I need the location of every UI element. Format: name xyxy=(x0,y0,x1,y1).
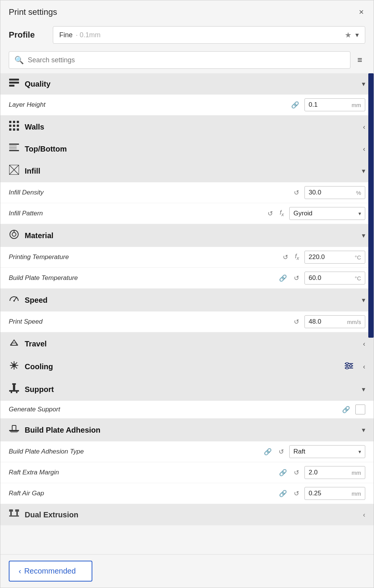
section-support-header[interactable]: Support ▾ xyxy=(0,378,374,401)
raft-air-gap-input[interactable]: 0.25 mm xyxy=(304,487,365,500)
svg-point-21 xyxy=(12,232,16,236)
section-infill-header[interactable]: Infill ▾ xyxy=(0,160,374,182)
svg-rect-45 xyxy=(9,509,13,512)
topbottom-label: Top/Bottom xyxy=(25,145,358,153)
svg-rect-43 xyxy=(10,431,18,432)
infill-label: Infill xyxy=(25,167,357,175)
raft-extra-margin-reset-icon[interactable]: ↺ xyxy=(292,468,301,477)
svg-rect-12 xyxy=(9,144,19,145)
raft-air-gap-reset-icon[interactable]: ↺ xyxy=(292,489,301,498)
adhesion-type-link-icon[interactable]: 🔗 xyxy=(262,447,273,457)
generate-support-link-icon[interactable]: 🔗 xyxy=(341,405,352,414)
recommended-button[interactable]: ‹ Recommended xyxy=(9,561,92,582)
walls-chevron: ‹ xyxy=(363,123,365,131)
buildplate-icon xyxy=(9,424,19,436)
build-plate-temp-reset-icon[interactable]: ↺ xyxy=(292,273,301,283)
infill-pattern-fx-icon[interactable]: fx xyxy=(278,209,285,218)
svg-rect-3 xyxy=(9,121,11,123)
close-button[interactable]: × xyxy=(357,7,365,17)
print-speed-unit: mm/s xyxy=(347,319,361,325)
raft-extra-margin-link-icon[interactable]: 🔗 xyxy=(277,468,288,477)
svg-rect-1 xyxy=(9,82,19,84)
cooling-chevron: ‹ xyxy=(363,363,365,371)
svg-rect-5 xyxy=(17,121,19,123)
search-box[interactable]: 🔍 xyxy=(9,51,350,69)
infill-density-unit: % xyxy=(356,190,361,196)
svg-point-34 xyxy=(350,365,352,367)
infill-pattern-reset-icon[interactable]: ↺ xyxy=(266,209,274,218)
generate-support-label: Generate Support xyxy=(9,406,337,413)
recommended-chevron-icon: ‹ xyxy=(19,567,21,575)
svg-rect-0 xyxy=(9,79,19,81)
adhesion-type-select[interactable]: Raft ▾ xyxy=(289,445,365,458)
support-label: Support xyxy=(25,385,357,394)
search-row: 🔍 ≡ xyxy=(0,49,374,73)
print-speed-input[interactable]: 48.0 mm/s xyxy=(304,315,365,328)
setting-infill-pattern: Infill Pattern ↺ fx Gyroid ▾ xyxy=(0,203,374,224)
star-icon[interactable]: ★ xyxy=(345,30,352,40)
section-quality-header[interactable]: Quality ▾ xyxy=(0,73,374,95)
section-material-header[interactable]: Material ▾ xyxy=(0,224,374,247)
section-cooling-header[interactable]: Cooling ‹ xyxy=(0,355,374,378)
setting-raft-extra-margin: Raft Extra Margin 🔗 ↺ 2.0 mm xyxy=(0,462,374,483)
section-speed-header[interactable]: Speed ▾ xyxy=(0,289,374,311)
section-buildplate-header[interactable]: Build Plate Adhesion ▾ xyxy=(0,419,374,441)
printing-temp-fx-icon[interactable]: fx xyxy=(293,252,301,262)
settings-content: Quality ▾ Layer Height 🔗 0.1 mm Walls ‹ … xyxy=(0,73,374,554)
cooling-label: Cooling xyxy=(25,362,338,371)
title-bar: Print settings × xyxy=(0,0,374,22)
svg-rect-6 xyxy=(9,125,11,127)
print-speed-reset-icon[interactable]: ↺ xyxy=(292,317,301,327)
profile-chevron-icon[interactable]: ▾ xyxy=(355,31,359,39)
setting-printing-temp: Printing Temperature ↺ fx 220.0 °C xyxy=(0,247,374,268)
dualextrusion-icon xyxy=(9,509,19,520)
raft-extra-margin-label: Raft Extra Margin xyxy=(9,469,274,476)
build-plate-temp-link-icon[interactable]: 🔗 xyxy=(277,273,288,283)
layer-height-link-icon[interactable]: 🔗 xyxy=(290,100,301,110)
raft-air-gap-link-icon[interactable]: 🔗 xyxy=(277,489,288,498)
build-plate-temp-label: Build Plate Temperature xyxy=(9,274,274,282)
section-topbottom-header[interactable]: Top/Bottom ‹ xyxy=(0,138,374,160)
raft-extra-margin-input[interactable]: 2.0 mm xyxy=(304,466,365,479)
search-input[interactable] xyxy=(28,56,345,64)
setting-infill-density: Infill Density ↺ 30.0 % xyxy=(0,182,374,203)
section-dualextrusion-header[interactable]: Dual Extrusion ‹ xyxy=(0,504,374,525)
infill-pattern-select[interactable]: Gyroid ▾ xyxy=(289,207,365,220)
infill-pattern-value: Gyroid xyxy=(293,210,312,217)
profile-select-text-group: Fine · 0.1mm xyxy=(59,31,100,39)
generate-support-checkbox[interactable] xyxy=(355,405,365,414)
setting-build-plate-temp: Build Plate Temperature 🔗 ↺ 60.0 °C xyxy=(0,268,374,289)
material-icon xyxy=(9,229,19,242)
menu-icon[interactable]: ≡ xyxy=(354,52,365,68)
svg-rect-49 xyxy=(9,515,19,517)
adhesion-type-reset-icon[interactable]: ↺ xyxy=(277,447,285,457)
scrollbar-track[interactable] xyxy=(368,73,374,554)
svg-rect-40 xyxy=(11,392,12,393)
travel-icon xyxy=(9,338,19,350)
printing-temp-input[interactable]: 220.0 °C xyxy=(304,251,365,264)
profile-label: Profile xyxy=(9,30,47,40)
quality-icon xyxy=(9,79,19,89)
printing-temp-label: Printing Temperature xyxy=(9,253,277,261)
speed-label: Speed xyxy=(25,296,357,305)
adhesion-type-value: Raft xyxy=(293,448,305,455)
scrollbar-thumb[interactable] xyxy=(368,73,374,338)
build-plate-temp-unit: °C xyxy=(355,275,361,281)
printing-temp-reset-icon[interactable]: ↺ xyxy=(281,253,290,262)
svg-rect-38 xyxy=(13,385,15,390)
svg-rect-41 xyxy=(16,392,17,393)
bottom-bar: ‹ Recommended xyxy=(0,554,374,588)
infill-density-label: Infill Density xyxy=(9,189,288,196)
buildplate-label: Build Plate Adhesion xyxy=(25,426,357,435)
svg-rect-48 xyxy=(16,512,18,515)
profile-select[interactable]: Fine · 0.1mm ★ ▾ xyxy=(53,26,365,44)
setting-adhesion-type: Build Plate Adhesion Type 🔗 ↺ Raft ▾ xyxy=(0,441,374,462)
section-travel-header[interactable]: Travel ‹ xyxy=(0,332,374,355)
layer-height-input[interactable]: 0.1 mm xyxy=(304,98,365,111)
infill-density-input[interactable]: 30.0 % xyxy=(304,186,365,199)
cooling-settings-icon[interactable] xyxy=(343,362,355,372)
section-walls-header[interactable]: Walls ‹ xyxy=(0,115,374,138)
infill-density-reset-icon[interactable]: ↺ xyxy=(292,188,301,198)
build-plate-temp-input[interactable]: 60.0 °C xyxy=(304,272,365,285)
layer-height-unit: mm xyxy=(352,102,361,108)
